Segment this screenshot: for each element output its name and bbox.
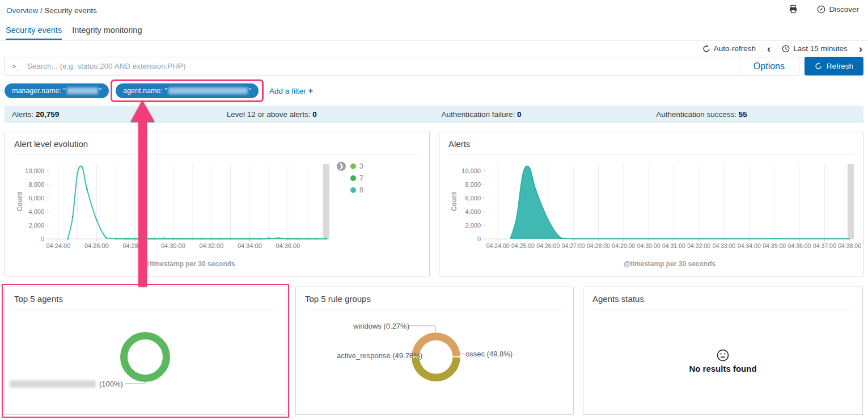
time-next-button[interactable]: › <box>859 43 862 54</box>
charts-row: Alert level evolution 02,0004,0006,0008,… <box>5 132 863 276</box>
query-prompt-icon: >_ <box>5 57 26 75</box>
svg-text:04:29:00: 04:29:00 <box>612 242 635 249</box>
stat-alerts-label: Alerts: <box>12 110 33 119</box>
top5-rule-groups-donut-chart[interactable] <box>296 309 573 413</box>
filter-pill-manager-name[interactable]: manager.name: " " <box>5 83 109 98</box>
stat-level12-value: 0 <box>312 110 317 119</box>
redacted-agent-name <box>10 380 96 388</box>
filter-pill-agent-suffix: " <box>249 87 251 95</box>
stat-level12: Level 12 or above alerts: 0 <box>219 110 434 119</box>
filter-pill-manager-suffix: " <box>99 87 101 95</box>
svg-text:04:24:00: 04:24:00 <box>46 242 70 249</box>
stats-bar: Alerts: 20,759 Level 12 or above alerts:… <box>5 106 863 123</box>
panel-title-top5-rule-groups: Top 5 rule groups <box>305 294 564 309</box>
top5-agents-body: (100%) <box>5 309 286 413</box>
svg-text:2,000: 2,000 <box>465 222 481 229</box>
breadcrumb: Overview / Security events <box>6 6 97 15</box>
top5-agents-donut-chart[interactable] <box>5 309 286 413</box>
panel-alert-level-evolution: Alert level evolution 02,0004,0006,0008,… <box>5 132 430 276</box>
svg-text:@timestamp per 30 seconds: @timestamp per 30 seconds <box>624 260 716 268</box>
svg-text:04:36:00: 04:36:00 <box>276 242 300 249</box>
stat-auth-success: Authentication success: 55 <box>649 110 863 119</box>
svg-text:10,000: 10,000 <box>25 167 44 174</box>
search-box: >_ Options <box>5 57 799 75</box>
auto-refresh-button[interactable]: Auto-refresh <box>702 44 756 53</box>
refresh-icon <box>702 45 710 53</box>
stat-auth-failure: Authentication failure: 0 <box>434 110 649 119</box>
svg-text:8,000: 8,000 <box>465 181 481 188</box>
slice-label-ossec: ossec (49.8%) <box>465 350 513 358</box>
refresh-button-label: Refresh <box>827 62 853 70</box>
svg-text:10,000: 10,000 <box>461 167 481 174</box>
svg-text:04:28:00: 04:28:00 <box>587 242 610 249</box>
panel-title-alerts: Alerts <box>448 139 854 154</box>
stat-alerts-value: 20,759 <box>36 110 59 119</box>
svg-text:04:34:00: 04:34:00 <box>238 242 262 249</box>
svg-text:04:30:00: 04:30:00 <box>637 242 660 249</box>
alerts-chart[interactable]: 02,0004,0006,0008,00010,00004:24:0004:25… <box>442 157 861 271</box>
discover-icon <box>817 5 825 14</box>
svg-text:04:36:00: 04:36:00 <box>788 242 811 249</box>
svg-text:04:30:00: 04:30:00 <box>161 242 185 249</box>
tab-integrity-monitoring[interactable]: Integrity monitoring <box>72 26 142 40</box>
svg-text:Count: Count <box>450 192 458 212</box>
svg-text:04:38:00: 04:38:00 <box>838 242 861 249</box>
svg-text:8,000: 8,000 <box>28 181 44 188</box>
options-button[interactable]: Options <box>739 57 799 75</box>
add-filter-button[interactable]: Add a filter + <box>269 86 313 95</box>
svg-text:04:33:00: 04:33:00 <box>713 242 736 249</box>
legend-label-8: 8 <box>359 186 363 194</box>
header-actions: Discover <box>789 5 859 14</box>
breadcrumb-separator: / <box>40 6 45 15</box>
time-prev-button[interactable]: ‹ <box>767 43 770 54</box>
search-input[interactable] <box>26 57 739 75</box>
panel-title-agents-status: Agents status <box>592 294 853 309</box>
breadcrumb-overview-link[interactable]: Overview <box>6 6 38 15</box>
discover-link[interactable]: Discover <box>817 5 859 14</box>
redacted-manager-value <box>67 87 98 94</box>
agent-filter-highlight-box: agent.name: " " <box>111 79 264 102</box>
legend-item-7[interactable]: 7 <box>337 172 363 184</box>
svg-text:04:24:00: 04:24:00 <box>486 242 510 249</box>
stat-alerts: Alerts: 20,759 <box>5 110 219 119</box>
stat-auth-success-value: 55 <box>739 110 747 119</box>
time-range-picker[interactable]: Last 15 minutes <box>782 44 847 53</box>
svg-text:04:32:00: 04:32:00 <box>687 242 710 249</box>
add-filter-label: Add a filter <box>269 87 306 95</box>
tab-security-events[interactable]: Security events <box>6 26 62 40</box>
filter-bar: manager.name: " " agent.name: " " Add a … <box>5 79 313 102</box>
chart-legend: ❯ 3 7 8 <box>337 160 363 196</box>
svg-text:0: 0 <box>41 236 44 242</box>
legend-item-3[interactable]: ❯ 3 <box>337 160 363 172</box>
tabs-divider <box>0 40 868 41</box>
slice-label-windows: windows (0.27%) <box>353 322 409 330</box>
refresh-button[interactable]: Refresh <box>805 57 863 75</box>
search-row: >_ Options Refresh <box>5 57 863 75</box>
legend-expand-button[interactable]: ❯ <box>337 162 346 171</box>
panel-agents-status: Agents status No results found <box>583 287 863 415</box>
panel-alerts: Alerts 02,0004,0006,0008,00010,00004:24:… <box>439 132 863 276</box>
print-button[interactable] <box>789 5 798 14</box>
alert-level-evolution-chart[interactable]: 02,0004,0006,0008,00010,00004:24:0004:26… <box>7 157 334 271</box>
legend-dot-8 <box>350 187 356 193</box>
agent-slice-percent: (100%) <box>99 380 123 388</box>
time-toolbar: Auto-refresh ‹ Last 15 minutes › <box>702 43 862 54</box>
auto-refresh-label: Auto-refresh <box>714 44 756 53</box>
svg-text:04:25:00: 04:25:00 <box>511 242 535 249</box>
svg-text:6,000: 6,000 <box>28 195 44 201</box>
legend-item-8[interactable]: 8 <box>337 184 363 196</box>
legend-label-7: 7 <box>359 174 363 182</box>
panel-top5-rule-groups: Top 5 rule groups windows (0.27%) active… <box>295 287 574 415</box>
breadcrumb-current: Security events <box>45 6 97 15</box>
svg-text:04:26:00: 04:26:00 <box>84 242 109 249</box>
stat-level12-label: Level 12 or above alerts: <box>227 110 311 119</box>
legend-label-3: 3 <box>359 162 363 170</box>
redacted-agent-value <box>168 87 248 94</box>
agent-slice-label: (100%) <box>9 380 123 388</box>
filter-pill-agent-name[interactable]: agent.name: " " <box>116 83 259 98</box>
top5-rule-groups-body: windows (0.27%) active_response (49.78%)… <box>296 309 573 413</box>
time-range-label: Last 15 minutes <box>793 44 847 53</box>
svg-text:@timestamp per 30 seconds: @timestamp per 30 seconds <box>143 260 235 268</box>
filter-pill-agent-prefix: agent.name: " <box>123 87 167 95</box>
legend-dot-3 <box>350 163 356 169</box>
